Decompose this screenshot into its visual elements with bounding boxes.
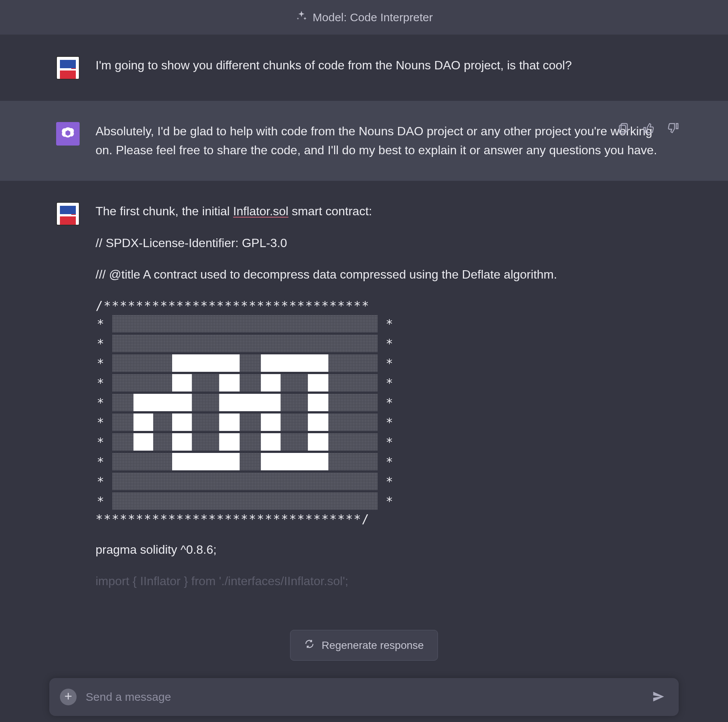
openai-logo-icon	[60, 125, 75, 142]
message-input-container	[49, 678, 679, 716]
regenerate-button[interactable]: Regenerate response	[290, 630, 438, 661]
message-user-1: I'm going to show you different chunks o…	[0, 35, 728, 101]
svg-rect-1	[620, 125, 626, 133]
thumbs-down-button[interactable]	[665, 120, 682, 138]
avatar-user	[56, 56, 80, 80]
conversation: I'm going to show you different chunks o…	[0, 35, 728, 722]
ascii-art-banner: /********************************* ** **…	[96, 297, 672, 528]
ascii-top: /*********************************	[96, 297, 672, 314]
thumbs-up-icon	[642, 130, 655, 136]
svg-rect-0	[621, 124, 628, 132]
model-label: Model: Code Interpreter	[313, 11, 433, 24]
assistant-message-text: Absolutely, I'd be glad to help with cod…	[96, 122, 672, 160]
send-icon	[651, 699, 666, 705]
copy-button[interactable]	[615, 120, 632, 138]
sparkle-icon	[295, 10, 308, 25]
intro-prefix: The first chunk, the initial	[96, 204, 233, 218]
user-message-text: I'm going to show you different chunks o…	[96, 56, 672, 75]
regenerate-label: Regenerate response	[322, 639, 424, 652]
avatar-user	[56, 202, 80, 226]
message-input[interactable]	[85, 690, 641, 704]
attach-button[interactable]	[60, 689, 77, 705]
intro-filename: Inflator.sol	[233, 204, 289, 218]
plus-icon	[63, 691, 73, 703]
code-line-title: /// @title A contract used to decompress…	[96, 265, 672, 284]
message-actions	[615, 120, 682, 138]
code-line-import: import { IInflator } from './interfaces/…	[96, 572, 672, 591]
message-user-2: The first chunk, the initial Inflator.so…	[0, 181, 728, 667]
clipboard-icon	[617, 130, 630, 136]
ascii-bottom: *********************************/	[96, 511, 672, 528]
send-button[interactable]	[649, 687, 668, 707]
user2-intro: The first chunk, the initial Inflator.so…	[96, 202, 672, 221]
code-line-license: // SPDX-License-Identifier: GPL-3.0	[96, 234, 672, 253]
model-header: Model: Code Interpreter	[0, 0, 728, 35]
refresh-icon	[304, 639, 315, 652]
thumbs-up-button[interactable]	[640, 120, 657, 138]
message-assistant-1: Absolutely, I'd be glad to help with cod…	[0, 101, 728, 181]
intro-suffix: smart contract:	[289, 204, 372, 218]
code-line-pragma: pragma solidity ^0.8.6;	[96, 540, 672, 559]
thumbs-down-icon	[667, 130, 680, 136]
avatar-assistant	[56, 122, 80, 146]
